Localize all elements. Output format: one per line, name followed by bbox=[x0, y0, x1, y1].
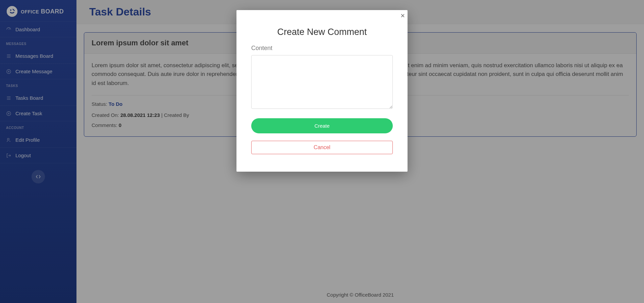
cancel-button[interactable]: Cancel bbox=[251, 141, 393, 154]
modal-inner: Create New Comment Content Create Cancel bbox=[245, 19, 399, 164]
create-button[interactable]: Create bbox=[251, 118, 393, 133]
content-textarea[interactable] bbox=[251, 55, 393, 109]
modal-overlay[interactable]: × Create New Comment Content Create Canc… bbox=[0, 0, 644, 303]
modal-close-button[interactable]: × bbox=[400, 12, 405, 19]
modal: × Create New Comment Content Create Canc… bbox=[236, 10, 408, 172]
content-label: Content bbox=[251, 45, 393, 52]
modal-title: Create New Comment bbox=[251, 27, 393, 37]
